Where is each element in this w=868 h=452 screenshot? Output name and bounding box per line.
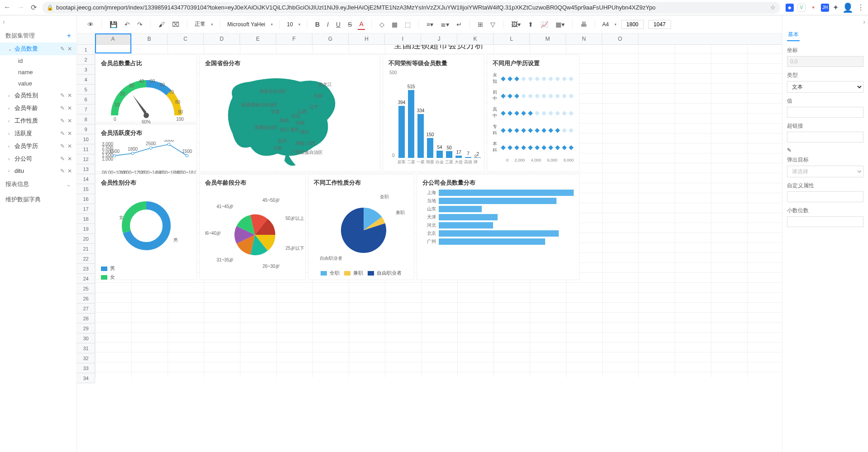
bold-icon[interactable]: B <box>314 19 321 29</box>
row-header[interactable]: 9 <box>77 124 95 134</box>
row-header[interactable]: 22 <box>77 254 95 264</box>
col-header-B[interactable]: B <box>131 33 168 44</box>
add-datasource-icon[interactable]: + <box>67 32 71 40</box>
nav-forward-icon[interactable]: → <box>17 3 24 12</box>
card-barlvl[interactable]: 不同荣衔等级会员数量 5000 394 新客 515 二星 334 一星 150… <box>383 54 484 172</box>
row-header[interactable]: 25 <box>77 284 95 294</box>
row-header[interactable]: 17 <box>77 204 95 214</box>
delete-icon[interactable]: ✕ <box>67 168 72 174</box>
col-header-C[interactable]: C <box>168 33 204 44</box>
row-header[interactable]: 31 <box>77 343 95 353</box>
filter-icon[interactable]: ▽ <box>489 19 497 29</box>
row-header[interactable]: 27 <box>77 304 95 314</box>
col-header-M[interactable]: M <box>530 33 566 44</box>
tree-item[interactable]: ›活跃度 ✎✕ <box>0 127 77 140</box>
row-header[interactable]: 34 <box>77 373 95 383</box>
row-header[interactable]: 3 <box>77 65 95 75</box>
row-header[interactable]: 33 <box>77 363 95 373</box>
active-cell[interactable] <box>95 33 131 53</box>
row-header[interactable]: 12 <box>77 154 95 164</box>
card-branch[interactable]: 分公司会员数量分布 上海当地山东天津河北北京广州 <box>417 174 580 280</box>
row-header[interactable]: 14 <box>77 174 95 184</box>
paper-select[interactable]: A4 <box>601 20 610 29</box>
card-gauge[interactable]: 会员总数量占比 60% 01020 304050 607080 90100 <box>95 54 197 122</box>
decimal-input[interactable] <box>787 216 863 227</box>
value-input[interactable] <box>787 107 863 118</box>
delete-icon[interactable]: ✕ <box>67 156 72 162</box>
image-icon[interactable]: 🖼▾ <box>510 19 522 29</box>
col-header-G[interactable]: G <box>312 33 349 44</box>
fill-color-icon[interactable]: ◇ <box>378 19 386 29</box>
edit-icon[interactable]: ✎ <box>60 46 65 52</box>
align-v-icon[interactable]: ≣▾ <box>439 19 451 29</box>
row-header[interactable]: 32 <box>77 353 95 363</box>
row-header[interactable]: 6 <box>77 95 95 105</box>
col-header-H[interactable]: H <box>349 33 385 44</box>
delete-icon[interactable]: ✕ <box>67 143 72 149</box>
card-gender[interactable]: 会员性别分布 男 女 男 女 <box>95 174 197 280</box>
col-header-I[interactable]: I <box>385 33 421 44</box>
row-header[interactable]: 10 <box>77 134 95 144</box>
row-header[interactable]: 4 <box>77 75 95 85</box>
delete-icon[interactable]: ✕ <box>67 118 72 124</box>
row-header[interactable]: 29 <box>77 324 95 333</box>
row-header[interactable]: 13 <box>77 164 95 174</box>
edit-icon[interactable]: ✎ <box>60 143 65 149</box>
ext-icon-4[interactable]: JH <box>821 4 829 12</box>
tree-child[interactable]: id <box>0 55 77 67</box>
row-header[interactable]: 5 <box>77 85 95 95</box>
card-work[interactable]: 不同工作性质分布 全职兼职自由职业者 全职 兼职 自由职业者 <box>308 174 414 280</box>
sheet-area[interactable]: ABCDEFGHIJKLMNO 123456789101112131415161… <box>77 33 782 452</box>
row-header[interactable]: 18 <box>77 214 95 224</box>
ext-puzzle-icon[interactable]: ✦ <box>833 3 839 12</box>
merge-icon[interactable]: ⬚ <box>403 19 412 29</box>
profile-icon[interactable]: 👤 <box>842 2 854 13</box>
card-dot[interactable]: 不同用户学历设置 未知◆◆◆◆◆◆◆◆◆◆◆初中◆◆◆◆◆◆◆◆◆◆◆高中◆◆◆… <box>487 54 580 172</box>
edit-icon[interactable]: ✎ <box>60 168 65 174</box>
tree-item[interactable]: ›工作性质 ✎✕ <box>0 114 77 127</box>
paint-icon[interactable]: 🖌 <box>157 19 166 29</box>
menu-icon[interactable]: ⋮ <box>857 3 864 12</box>
style-select[interactable]: 正常 <box>194 19 206 29</box>
ext-icon-vue[interactable]: V <box>797 4 806 12</box>
coord-input[interactable] <box>787 56 863 67</box>
row-header[interactable]: 21 <box>77 244 95 254</box>
print-icon[interactable]: 🖶 <box>579 19 588 29</box>
row-header[interactable]: 11 <box>77 144 95 154</box>
star-icon[interactable]: ☆ <box>770 4 776 11</box>
border-icon[interactable]: ▦ <box>390 19 399 29</box>
nav-back-icon[interactable]: ← <box>4 3 11 12</box>
row-header[interactable]: 2 <box>77 55 95 65</box>
clear-format-icon[interactable]: ⌧ <box>171 19 181 29</box>
redo-icon[interactable]: ↷ <box>136 19 144 29</box>
tree-item[interactable]: ›会员性别 ✎✕ <box>0 89 77 102</box>
row-header[interactable]: 20 <box>77 234 95 244</box>
col-header-L[interactable]: L <box>494 33 530 44</box>
tree-item[interactable]: ›会员学历 ✎✕ <box>0 140 77 152</box>
tree-item[interactable]: ›ditu ✎✕ <box>0 165 77 176</box>
col-header-J[interactable]: J <box>421 33 457 44</box>
custom-input[interactable] <box>787 191 863 202</box>
row-header[interactable]: 15 <box>77 184 95 194</box>
col-header-E[interactable]: E <box>240 33 276 44</box>
row-header[interactable]: 8 <box>77 114 95 124</box>
target-select[interactable]: 请选择 <box>787 166 863 177</box>
ext-icon-3[interactable]: ✶ <box>809 4 817 12</box>
type-select[interactable]: 文本 <box>787 81 863 93</box>
edit-icon[interactable]: ✎ <box>60 118 65 124</box>
tab-basic[interactable]: 基本 <box>787 29 800 41</box>
italic-icon[interactable]: I <box>326 19 330 29</box>
col-header-K[interactable]: K <box>457 33 494 44</box>
link-input[interactable] <box>787 132 863 143</box>
col-header-N[interactable]: N <box>566 33 602 44</box>
edit-icon[interactable]: ✎ <box>60 156 65 162</box>
underline-icon[interactable]: U <box>335 19 342 29</box>
delete-icon[interactable]: ✕ <box>67 105 72 111</box>
col-header-O[interactable]: O <box>602 33 638 44</box>
font-color-icon[interactable]: A <box>358 19 364 30</box>
report-info-section[interactable]: 报表信息 ⌄ <box>0 176 77 192</box>
freeze-icon[interactable]: ⊞ <box>476 19 484 29</box>
row-header[interactable]: 7 <box>77 105 95 114</box>
undo-icon[interactable]: ↶ <box>123 19 131 29</box>
col-header-D[interactable]: D <box>204 33 240 44</box>
